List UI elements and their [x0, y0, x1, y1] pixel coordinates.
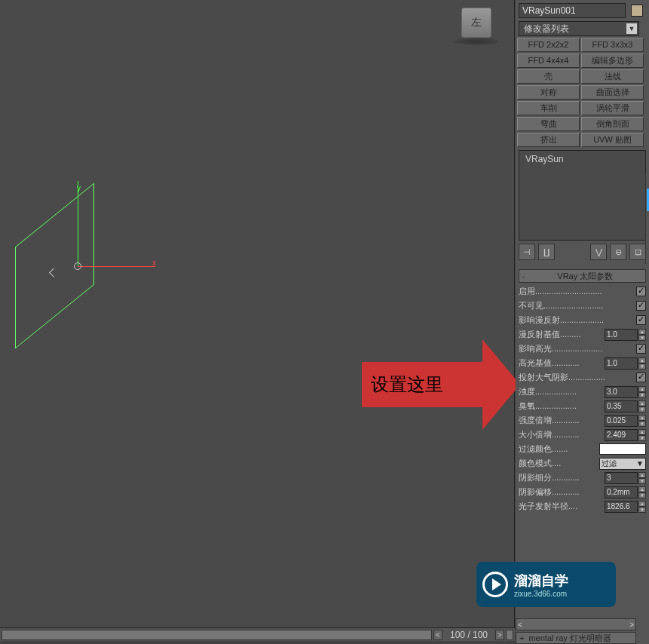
param-dropdown[interactable]: 过滤▼: [599, 458, 646, 470]
watermark-text: 溜溜自学 zixue.3d66.com: [514, 572, 568, 598]
modifier-stack-item[interactable]: VRaySun: [525, 154, 639, 164]
spin-up-icon[interactable]: ▲: [638, 429, 646, 435]
mod-symmetry-button[interactable]: 对称: [517, 85, 580, 100]
spinner-buttons[interactable]: ▲▼: [638, 357, 646, 370]
param-spinner[interactable]: 1826.6: [605, 501, 638, 513]
mod-lathe-button[interactable]: 车削: [517, 101, 580, 115]
param-label: 漫反射基值.........: [519, 329, 603, 340]
timeline-end[interactable]: [506, 630, 513, 640]
mod-bend-button[interactable]: 弯曲: [517, 117, 580, 131]
mod-ffd4x4x4-button[interactable]: FFD 4x4x4: [517, 54, 580, 68]
param-checkbox[interactable]: [636, 315, 646, 325]
spinner-buttons[interactable]: ▲▼: [638, 429, 646, 441]
param-label: 不可见..........................: [519, 300, 635, 311]
spin-down-icon[interactable]: ▼: [638, 392, 646, 398]
spin-down-icon[interactable]: ▼: [638, 335, 646, 341]
timeline[interactable]: < 100 / 100 >: [0, 627, 515, 641]
spin-down-icon[interactable]: ▼: [638, 492, 646, 498]
param-checkbox[interactable]: [636, 373, 646, 382]
make-unique-icon[interactable]: ⋁: [590, 244, 607, 260]
param-row: 启用.............................: [519, 284, 646, 299]
spin-up-icon[interactable]: ▲: [638, 329, 646, 335]
mod-turbosmooth-button[interactable]: 涡轮平滑: [581, 101, 644, 115]
scroll-indicator[interactable]: [645, 173, 649, 264]
param-spinner[interactable]: 2.409: [605, 429, 638, 441]
x-axis-label: x: [152, 259, 156, 267]
param-row: 阴影偏移............0.2mm▲▼: [519, 485, 646, 499]
param-spinner[interactable]: 1.0: [605, 357, 638, 370]
timeline-frame: 100 / 100: [442, 630, 495, 640]
show-end-result-icon[interactable]: ∐: [538, 244, 555, 260]
spin-up-icon[interactable]: ▲: [638, 472, 646, 478]
object-name-field[interactable]: VRaySun001: [519, 3, 626, 18]
param-label: 影响漫反射...................: [519, 314, 635, 326]
mod-ffd2x2x2-button[interactable]: FFD 2x2x2: [517, 38, 580, 52]
object-color-swatch[interactable]: [631, 5, 643, 17]
viewport-area[interactable]: 左 y x 设置这里: [0, 0, 515, 627]
mod-uvw-map-button[interactable]: UVW 贴图: [581, 133, 644, 147]
y-axis-label: y: [77, 184, 81, 192]
mod-bevel-profile-button[interactable]: 倒角剖面: [581, 117, 644, 131]
timeline-next-button[interactable]: >: [495, 630, 504, 640]
mental-ray-rollout[interactable]: + mental ray 灯光明暗器: [516, 632, 636, 644]
param-spinner[interactable]: 0.2mm: [605, 486, 638, 498]
mod-extrude-button[interactable]: 挤出: [517, 133, 580, 147]
scroll-left-icon[interactable]: <: [518, 621, 522, 629]
plus-icon: +: [519, 633, 524, 642]
param-spinner[interactable]: 3.0: [605, 386, 638, 398]
param-spinner[interactable]: 0.35: [605, 400, 638, 412]
param-checkbox[interactable]: [636, 301, 646, 311]
spinner-buttons[interactable]: ▲▼: [638, 400, 646, 412]
mod-surf-select-button[interactable]: 曲面选择: [581, 85, 644, 100]
param-label: 大小倍增............: [519, 429, 603, 440]
param-color-swatch[interactable]: [599, 443, 646, 455]
mod-normal-button[interactable]: 法线: [581, 69, 644, 84]
remove-modifier-icon[interactable]: ⊖: [610, 244, 626, 260]
spin-up-icon[interactable]: ▲: [638, 501, 646, 507]
modifier-list-dropdown[interactable]: 修改器列表 ▼: [519, 21, 639, 36]
param-row: 大小倍增............2.409▲▼: [519, 428, 646, 442]
pin-stack-icon[interactable]: ⊣: [519, 244, 535, 260]
param-row: 影响高光......................: [519, 342, 646, 356]
spinner-buttons[interactable]: ▲▼: [638, 329, 646, 341]
param-checkbox[interactable]: [636, 287, 646, 296]
timeline-track[interactable]: [2, 630, 432, 640]
mod-edit-poly-button[interactable]: 编辑多边形: [581, 54, 644, 68]
configure-sets-icon[interactable]: ⊡: [629, 244, 646, 260]
spin-up-icon[interactable]: ▲: [638, 486, 646, 492]
spin-down-icon[interactable]: ▼: [638, 406, 646, 412]
spin-up-icon[interactable]: ▲: [638, 357, 646, 363]
mod-ffd3x3x3-button[interactable]: FFD 3x3x3: [581, 38, 644, 52]
spinner-buttons[interactable]: ▲▼: [638, 486, 646, 498]
view-cube-shadow: [454, 38, 499, 45]
view-cube[interactable]: 左: [461, 8, 491, 38]
mod-shell-button[interactable]: 壳: [517, 69, 580, 84]
vray-sun-params-rollout[interactable]: - VRay 太阳参数: [519, 269, 646, 283]
spin-up-icon[interactable]: ▲: [638, 400, 646, 406]
param-label: 光子发射半径....: [519, 501, 603, 512]
param-spinner[interactable]: 3: [605, 472, 638, 484]
panel-scrollbar[interactable]: < >: [516, 618, 636, 630]
param-row: 高光基值............1.0▲▼: [519, 356, 646, 370]
modifier-dropdown-label: 修改器列表: [524, 23, 569, 35]
param-checkbox[interactable]: [636, 344, 646, 354]
param-spinner[interactable]: 1.0: [605, 329, 638, 341]
spin-down-icon[interactable]: ▼: [638, 421, 646, 427]
spin-down-icon[interactable]: ▼: [638, 363, 646, 370]
timeline-prev-button[interactable]: <: [433, 630, 442, 640]
param-spinner[interactable]: 0.025: [605, 415, 638, 427]
modifier-stack[interactable]: VRaySun: [519, 150, 646, 241]
spinner-buttons[interactable]: ▲▼: [638, 386, 646, 398]
spin-down-icon[interactable]: ▼: [638, 507, 646, 513]
spin-up-icon[interactable]: ▲: [638, 415, 646, 421]
spin-up-icon[interactable]: ▲: [638, 386, 646, 392]
chevron-down-icon[interactable]: ▼: [626, 23, 637, 34]
vray-sun-params: 启用.............................不可见......…: [519, 284, 646, 514]
spinner-buttons[interactable]: ▲▼: [638, 501, 646, 513]
scroll-right-icon[interactable]: >: [629, 621, 634, 629]
param-label: 阴影细分............: [519, 472, 603, 483]
spin-down-icon[interactable]: ▼: [638, 435, 646, 441]
spin-down-icon[interactable]: ▼: [638, 478, 646, 484]
spinner-buttons[interactable]: ▲▼: [638, 415, 646, 427]
spinner-buttons[interactable]: ▲▼: [638, 472, 646, 484]
